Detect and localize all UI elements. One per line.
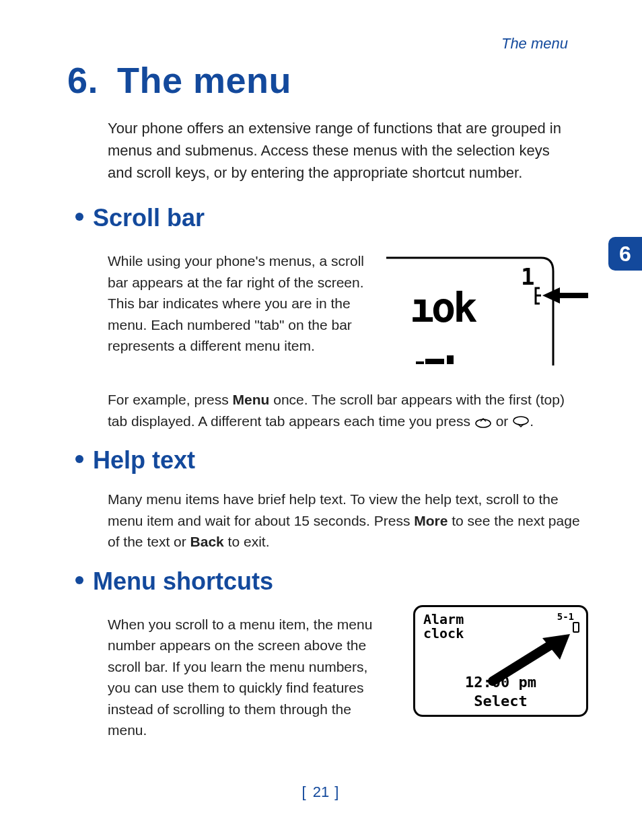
scroll-bar-para-2: For example, press Menu once. The scroll… <box>108 389 581 431</box>
bold-back: Back <box>190 534 224 549</box>
section-heading-text: Help text <box>93 446 195 474</box>
lcd-time: 12:00 pm <box>415 674 586 691</box>
text-fragment: . <box>530 413 534 429</box>
help-text-para: Many menu items have brief help text. To… <box>108 489 581 553</box>
bullet-icon <box>75 455 83 463</box>
bold-menu: Menu <box>233 392 270 407</box>
section-heading-text: Scroll bar <box>93 204 205 232</box>
scroll-figure-text: ıok <box>410 284 477 331</box>
text-fragment: or <box>496 413 513 429</box>
svg-rect-5 <box>416 361 424 364</box>
lcd-title: Alarm clock <box>423 612 464 641</box>
text-fragment: For example, press <box>108 392 233 407</box>
chapter-title-text: The menu <box>117 60 291 100</box>
chapter-title: 6.The menu <box>67 59 588 101</box>
intro-paragraph: Your phone offers an extensive range of … <box>108 117 575 184</box>
running-head: The menu <box>67 35 588 53</box>
section-help-text: Help text Many menu items have brief hel… <box>75 446 588 553</box>
svg-point-7 <box>513 417 528 425</box>
chapter-tab: 6 <box>608 237 642 271</box>
svg-point-6 <box>476 419 491 427</box>
scroll-bar-para-1: While using your phone's menus, a scroll… <box>108 250 366 357</box>
text-fragment: to exit. <box>224 534 270 549</box>
lcd-scroll-marker-icon <box>573 622 579 633</box>
bold-more: More <box>414 513 448 528</box>
page-number-value: 21 <box>313 783 329 800</box>
section-scroll-bar: Scroll bar While using your phone's menu… <box>75 204 588 431</box>
svg-marker-2 <box>542 287 560 304</box>
section-heading-menu-shortcuts: Menu shortcuts <box>75 567 588 596</box>
lcd-screen: Alarm clock 5-1 12:00 pm Select <box>413 605 588 717</box>
section-menu-shortcuts: Menu shortcuts When you scroll to a menu… <box>75 567 588 755</box>
figure-alarm-clock: Alarm clock 5-1 12:00 pm Select <box>413 605 588 717</box>
lcd-menu-number: 5-1 <box>557 611 574 622</box>
figure-scroll-bar: 1 ıok <box>386 251 588 375</box>
scroll-up-key-icon <box>474 416 492 428</box>
section-heading-scroll-bar: Scroll bar <box>75 204 588 232</box>
bullet-icon <box>75 213 83 221</box>
lcd-title-line2: clock <box>423 625 464 641</box>
bullet-icon <box>75 576 83 584</box>
svg-rect-3 <box>425 359 444 364</box>
scroll-tab-number: 1 <box>521 263 534 290</box>
page-number: [ 21 ] <box>0 783 642 801</box>
menu-shortcuts-para: When you scroll to a menu item, the menu… <box>108 614 393 741</box>
section-heading-help-text: Help text <box>75 446 588 475</box>
svg-rect-4 <box>447 355 454 364</box>
section-heading-text: Menu shortcuts <box>93 567 273 595</box>
chapter-number: 6. <box>67 60 98 100</box>
scroll-down-key-icon <box>512 416 530 428</box>
lcd-softkey: Select <box>415 693 586 709</box>
